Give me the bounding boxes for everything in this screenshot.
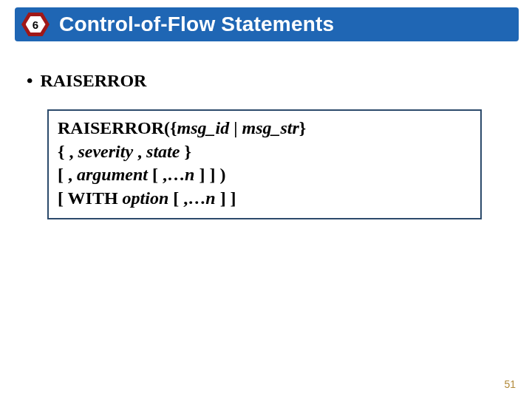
arg-n: n: [205, 188, 215, 208]
punc: |: [229, 118, 242, 137]
bullet-label: RAISERROR: [40, 71, 146, 90]
bullet-dot-icon: •: [27, 71, 33, 90]
bullet-line: •RAISERROR: [27, 71, 146, 91]
syntax-line-3: [ , argument [ ,…n ] ] ): [58, 163, 471, 187]
arg-state: state: [146, 142, 180, 161]
slide: 6 Control-of-Flow Statements •RAISERROR …: [0, 0, 532, 399]
punc: ] ]: [216, 188, 236, 208]
punc: [ ,…: [148, 165, 185, 184]
arg-msg-id: msg_id: [177, 118, 229, 137]
punc: ] ] ): [194, 165, 225, 184]
syntax-line-4: [ WITH option [ ,…n ] ]: [58, 187, 471, 211]
syntax-line-1: RAISERROR({msg_id | msg_str}: [58, 117, 471, 140]
punc: [ ,…: [168, 188, 205, 208]
punc: ({: [164, 118, 177, 137]
title-bar: 6 Control-of-Flow Statements: [15, 7, 519, 41]
syntax-line-2: { , severity , state }: [58, 140, 471, 164]
keyword-raiserror: RAISERROR: [58, 118, 164, 137]
arg-severity: severity: [78, 142, 133, 161]
arg-argument: argument: [77, 165, 148, 184]
punc: [: [58, 188, 68, 208]
arg-option: option: [123, 188, 169, 208]
page-number: 51: [504, 378, 516, 390]
punc: [ ,: [58, 165, 77, 184]
punc: }: [299, 118, 306, 137]
chapter-badge: 6: [19, 8, 52, 41]
chapter-number: 6: [33, 19, 38, 30]
syntax-box: RAISERROR({msg_id | msg_str} { , severit…: [47, 109, 482, 219]
arg-n: n: [185, 165, 194, 184]
slide-title: Control-of-Flow Statements: [59, 13, 334, 36]
punc: { ,: [58, 142, 78, 161]
keyword-with: WITH: [68, 188, 118, 208]
arg-msg-str: msg_str: [242, 118, 299, 137]
punc: ,: [133, 142, 146, 161]
punc: }: [180, 142, 191, 161]
